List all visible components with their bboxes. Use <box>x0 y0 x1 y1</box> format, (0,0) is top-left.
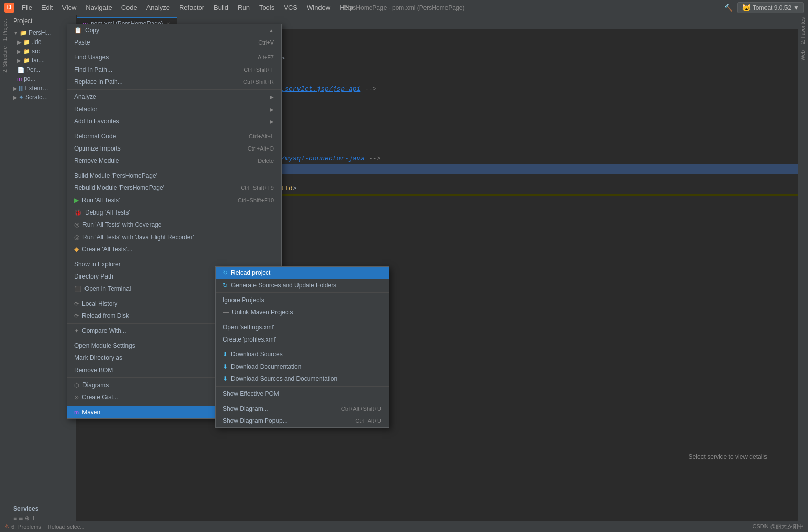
menu-file[interactable]: File <box>17 3 36 12</box>
chevron-right-icon: ▶ <box>270 94 274 100</box>
add-favorites-label: Add to Favorites <box>74 118 119 125</box>
download-docs-label: Download Documentation <box>231 363 301 370</box>
show-diagram-label: Show Diagram... <box>223 405 268 412</box>
submenu-generate[interactable]: ↻ Generate Sources and Update Folders <box>216 279 389 291</box>
create-gist-label: Create Gist... <box>82 394 118 401</box>
open-settings-label: Open 'settings.xml' <box>223 324 274 331</box>
folder-icon: 📁 <box>23 48 30 55</box>
reload-project-label: Reload project <box>231 269 270 276</box>
reload-submenu-icon: ↻ <box>223 269 228 276</box>
ctx-optimize[interactable]: Optimize Imports Ctrl+Alt+O <box>67 142 281 155</box>
paste-shortcut: Ctrl+V <box>258 39 274 46</box>
project-panel-title: Project <box>13 17 32 25</box>
submenu-ignore[interactable]: Ignore Projects <box>216 294 389 306</box>
hammer-icon[interactable]: 🔨 <box>723 2 734 13</box>
submenu-separator <box>216 292 389 293</box>
sidebar-project-label[interactable]: 1: Project <box>1 17 9 43</box>
submenu-show-diagram[interactable]: Show Diagram... Ctrl+Alt+Shift+U <box>216 402 389 415</box>
menu-tools[interactable]: Tools <box>255 3 279 12</box>
ctx-separator <box>67 89 281 90</box>
open-terminal-label: Open in Terminal <box>84 285 131 292</box>
ctx-remove-module[interactable]: Remove Module Delete <box>67 155 281 167</box>
problems-label: 6: Problems <box>11 524 41 530</box>
ctx-find-path[interactable]: Find in Path... Ctrl+Shift+F <box>67 63 281 76</box>
tree-label: Extern... <box>25 84 48 92</box>
ctx-reformat[interactable]: Reformat Code Ctrl+Alt+L <box>67 130 281 142</box>
folder-icon: 📁 <box>20 30 27 36</box>
ctx-replace-path[interactable]: Replace in Path... Ctrl+Shift+R <box>67 76 281 88</box>
copy-icon: 📋 <box>74 27 82 34</box>
ctx-find-usages[interactable]: Find Usages Alt+F7 <box>67 51 281 63</box>
ctx-refactor[interactable]: Refactor ▶ <box>67 103 281 115</box>
submenu-dl-sources-docs[interactable]: ⬇ Download Sources and Documentation <box>216 373 389 385</box>
submenu-create-profiles[interactable]: Create 'profiles.xml' <box>216 333 389 346</box>
problems-icon: ⚠ <box>4 523 9 530</box>
run-config-dropdown[interactable]: ▼ <box>793 4 799 11</box>
menu-edit[interactable]: Edit <box>37 3 57 12</box>
submenu-dl-sources[interactable]: ⬇ Download Sources <box>216 348 389 360</box>
replace-path-label: Replace in Path... <box>74 78 123 86</box>
menu-build[interactable]: Build <box>209 3 232 12</box>
find-usages-label: Find Usages <box>74 54 109 61</box>
submenu-reload[interactable]: ↻ Reload project <box>216 267 389 279</box>
menu-refactor[interactable]: Refactor <box>175 3 208 12</box>
web-label[interactable]: Web <box>799 48 807 62</box>
menu-vcs[interactable]: VCS <box>280 3 302 12</box>
status-problems-tab[interactable]: ⚠ 6: Problems <box>4 523 41 530</box>
menu-window[interactable]: Window <box>303 3 334 12</box>
ctx-run-coverage[interactable]: ◎ Run 'All Tests' with Coverage <box>67 219 281 231</box>
refactor-label: Refactor <box>74 105 97 113</box>
file-icon: 📄 <box>17 67 25 73</box>
ctx-run-flight[interactable]: ◎ Run 'All Tests' with 'Java Flight Reco… <box>67 231 281 243</box>
submenu-unlink[interactable]: — Unlink Maven Projects <box>216 306 389 318</box>
reload-icon: ⟳ <box>74 313 79 320</box>
chevron-up-icon: ▲ <box>269 28 274 33</box>
remove-module-label: Remove Module <box>74 157 119 164</box>
reformat-shortcut: Ctrl+Alt+L <box>249 133 274 139</box>
history-icon: ⟳ <box>74 301 79 307</box>
remove-module-shortcut: Delete <box>258 158 274 164</box>
sidebar-structure-label[interactable]: 2: Structure <box>1 44 9 75</box>
menu-navigate[interactable]: Navigate <box>81 3 116 12</box>
menu-bar: File Edit View Navigate Code Analyze Ref… <box>17 3 357 12</box>
debug-icon: 🐞 <box>74 209 82 216</box>
left-sidebar-strip: 1: Project 2: Structure <box>0 15 10 532</box>
effective-pom-label: Show Effective POM <box>223 390 279 397</box>
tree-label: tar... <box>32 57 44 64</box>
ctx-copy[interactable]: 📋 Copy ▲ <box>67 24 281 36</box>
reformat-label: Reformat Code <box>74 133 116 140</box>
analyze-label: Analyze <box>74 93 96 100</box>
window-title: PersHomePage - pom.xml (PersHomePage) <box>344 4 465 11</box>
ctx-build-module[interactable]: Build Module 'PersHomePage' <box>67 169 281 182</box>
run-coverage-label: Run 'All Tests' with Coverage <box>82 221 161 228</box>
ctx-rebuild-module[interactable]: Rebuild Module 'PersHomePage' Ctrl+Shift… <box>67 182 281 194</box>
directory-path-label: Directory Path <box>74 273 113 280</box>
terminal-icon: ⬛ <box>74 286 81 292</box>
menu-analyze[interactable]: Analyze <box>142 3 174 12</box>
favorites-label[interactable]: 2: Favorites <box>799 15 807 46</box>
diagrams-icon: ⬡ <box>74 382 79 389</box>
ctx-debug-tests[interactable]: 🐞 Debug 'All Tests' <box>67 206 281 219</box>
ctx-analyze[interactable]: Analyze ▶ <box>67 91 281 103</box>
submenu-show-diagram-popup[interactable]: Show Diagram Popup... Ctrl+Alt+U <box>216 415 389 427</box>
reload-disk-label: Reload from Disk <box>82 312 129 320</box>
menu-view[interactable]: View <box>58 3 80 12</box>
generate-icon: ↻ <box>223 282 228 289</box>
status-csdn: CSDN @丽大夕阳中 <box>753 523 804 530</box>
submenu-open-settings[interactable]: Open 'settings.xml' <box>216 321 389 333</box>
download-sources-label: Download Sources <box>231 351 283 358</box>
menu-run[interactable]: Run <box>233 3 254 12</box>
submenu-effective-pom[interactable]: Show Effective POM <box>216 388 389 400</box>
mark-directory-label: Mark Directory as <box>74 354 122 361</box>
submenu-dl-docs[interactable]: ⬇ Download Documentation <box>216 360 389 373</box>
debug-tests-label: Debug 'All Tests' <box>85 209 130 216</box>
ctx-create-tests[interactable]: ◆ Create 'All Tests'... <box>67 243 281 256</box>
ctx-add-favorites[interactable]: Add to Favorites ▶ <box>67 115 281 127</box>
ctx-run-tests[interactable]: ▶ Run 'All Tests' Ctrl+Shift+F10 <box>67 194 281 206</box>
menu-code[interactable]: Code <box>117 3 141 12</box>
run-config[interactable]: 🐱 Tomcat 9.0.52 ▼ <box>737 2 804 13</box>
submenu-separator <box>216 320 389 320</box>
ctx-paste[interactable]: Paste Ctrl+V <box>67 36 281 49</box>
tree-label: Scratc... <box>25 94 48 101</box>
maven-submenu: ↻ Reload project ↻ Generate Sources and … <box>215 266 389 428</box>
